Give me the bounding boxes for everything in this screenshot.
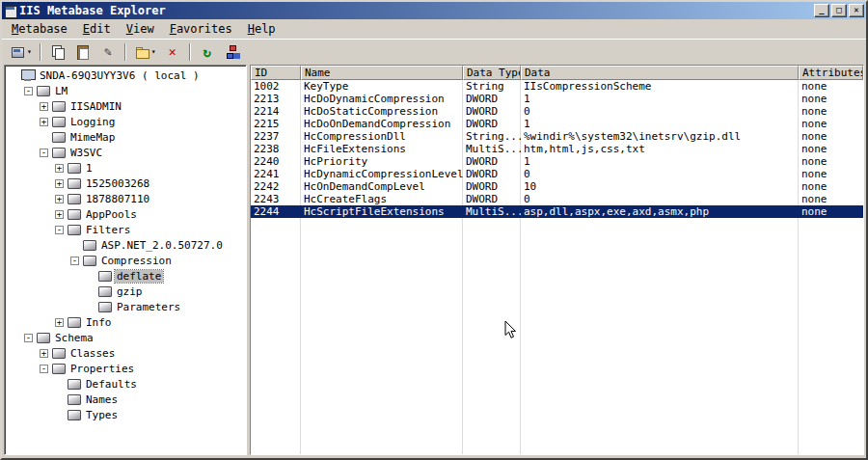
key-icon [83,255,96,266]
expand-icon[interactable]: + [40,102,48,111]
delete-x-icon [165,44,180,60]
collapse-icon[interactable]: - [40,149,48,157]
tree-item-apppools[interactable]: +AppPools [5,206,246,222]
collapse-icon[interactable]: - [24,334,33,342]
tree-label: Info [84,316,114,329]
edit-icon [100,44,116,60]
tree-item-1878807110[interactable]: +1878807110 [5,191,246,206]
column-header-data-type[interactable]: Data Type [463,66,521,80]
expand-icon[interactable]: + [55,164,64,173]
key-icon [52,131,66,143]
cell-id: 2215 [251,118,301,130]
table-row[interactable]: 2241HcDynamicCompressionLevelDWORD0none [251,168,863,180]
new-icon [134,44,149,60]
dropdown-arrow-icon[interactable]: ▾ [27,48,32,56]
tree-item-filters[interactable]: -Filters [5,222,246,237]
delete-record-button[interactable] [161,41,184,63]
maximize-button[interactable]: □ [831,4,847,17]
expand-icon[interactable]: + [55,210,64,219]
cell-data: 1 [521,118,799,130]
main-area: SNDA-69Q3UYY3V6 ( local )-LM+IISADMIN+Lo… [2,65,866,458]
tree-item-schema[interactable]: -Schema [5,330,246,345]
tree-item-iisadmin[interactable]: +IISADMIN [5,98,246,114]
collapse-icon[interactable]: - [40,365,48,373]
column-header-id[interactable]: ID [251,66,301,80]
tree-item-mimemap[interactable]: MimeMap [5,129,246,145]
collapse-icon[interactable]: - [70,257,79,265]
key-icon [52,347,66,359]
edit-record-button[interactable] [96,41,120,63]
security-button[interactable] [221,41,244,63]
cell-data: 0 [521,105,799,118]
expand-icon[interactable]: + [55,318,64,327]
list-body[interactable]: 1002KeyTypeStringIIsCompressionSchemenon… [251,80,863,454]
tree-item-classes[interactable]: +Classes [5,345,246,361]
key-icon [37,85,50,96]
table-row[interactable]: 2244HcScriptFileExtensionsMultiS...asp,d… [251,205,863,218]
tree-item-properties[interactable]: -Properties [5,361,246,376]
tree-item-snda-69q3uyy3v6-local[interactable]: SNDA-69Q3UYY3V6 ( local ) [5,68,246,83]
cell-data-type: String... [463,130,521,143]
cell-name: HcCompressionDll [301,130,463,143]
refresh-button[interactable] [196,41,219,63]
cell-id: 2240 [251,155,301,168]
menu-help[interactable]: Help [240,19,284,39]
tree-item-logging[interactable]: +Logging [5,114,246,129]
table-row[interactable]: 2237HcCompressionDllString...%windir%\sy… [251,130,863,143]
table-row[interactable]: 2243HcCreateFlagsDWORD0none [251,193,863,205]
tree-label: Compression [99,255,174,267]
tree-label: 1 [84,162,95,175]
tree-label: Logging [68,116,117,128]
tree-item-defaults[interactable]: Defaults [5,376,246,392]
table-row[interactable]: 2240HcPriorityDWORD1none [251,155,863,168]
network-icon [225,44,240,60]
tree-item-gzip[interactable]: gzip [5,284,246,299]
tree-item-w3svc[interactable]: -W3SVC [5,145,246,160]
tree-item-compression[interactable]: -Compression [5,253,246,268]
cell-attributes: none [799,118,863,130]
tree-label: gzip [115,285,145,298]
collapse-icon[interactable]: - [24,87,33,95]
tree-item-parameters[interactable]: Parameters [5,299,246,314]
table-row[interactable]: 2238HcFileExtensionsMultiS...htm,html,js… [251,143,863,155]
table-row[interactable]: 1002KeyTypeStringIIsCompressionSchemenon… [251,80,863,93]
dropdown-arrow-icon[interactable]: ▾ [151,48,156,56]
paste-button[interactable] [71,41,95,63]
menu-view[interactable]: View [119,19,162,39]
toolbar-separator [189,43,191,61]
minimize-button[interactable]: _ [814,4,829,17]
tree-item-1525003268[interactable]: +1525003268 [5,176,246,191]
menu-favorites[interactable]: Favorites [162,19,240,39]
tree-item-lm[interactable]: -LM [5,83,246,98]
key-icon [68,208,81,220]
column-header-data[interactable]: Data [521,66,799,80]
collapse-icon[interactable]: - [55,226,64,234]
column-header-attributes[interactable]: Attributes [799,66,863,80]
cell-id: 2213 [251,93,301,105]
table-row[interactable]: 2242HcOnDemandCompLevelDWORD10none [251,180,863,193]
expand-icon[interactable]: + [55,195,64,203]
tree-label: Schema [53,332,95,344]
expand-icon[interactable]: + [40,349,48,358]
expand-icon[interactable]: + [55,179,64,188]
tree-item-asp-net-2-0-50727-0[interactable]: ASP.NET_2.0.50727.0 [5,237,246,253]
close-button[interactable]: ✕ [849,4,864,17]
window-controls: _ □ ✕ [814,4,864,17]
tree-item-info[interactable]: +Info [5,314,246,330]
table-row[interactable]: 2215HcDoOnDemandCompressionDWORD1none [251,118,863,130]
tree-item-types[interactable]: Types [5,407,246,422]
key-icon [68,316,81,328]
tree-item-deflate[interactable]: deflate [5,268,246,284]
key-icon [52,363,66,374]
tree-item-names[interactable]: Names [5,392,246,407]
menu-edit[interactable]: Edit [75,19,119,39]
menu-metabase[interactable]: Metabase [4,19,75,39]
connect-button[interactable]: ▾ [7,41,35,63]
new-record-button[interactable]: ▾ [131,41,159,63]
table-row[interactable]: 2214HcDoStaticCompressionDWORD0none [251,105,863,118]
table-row[interactable]: 2213HcDoDynamicCompressionDWORD1none [251,93,863,105]
expand-icon[interactable]: + [40,118,48,126]
copy-button[interactable] [46,41,69,63]
tree-item-1[interactable]: +1 [5,160,246,176]
column-header-name[interactable]: Name [301,66,463,80]
